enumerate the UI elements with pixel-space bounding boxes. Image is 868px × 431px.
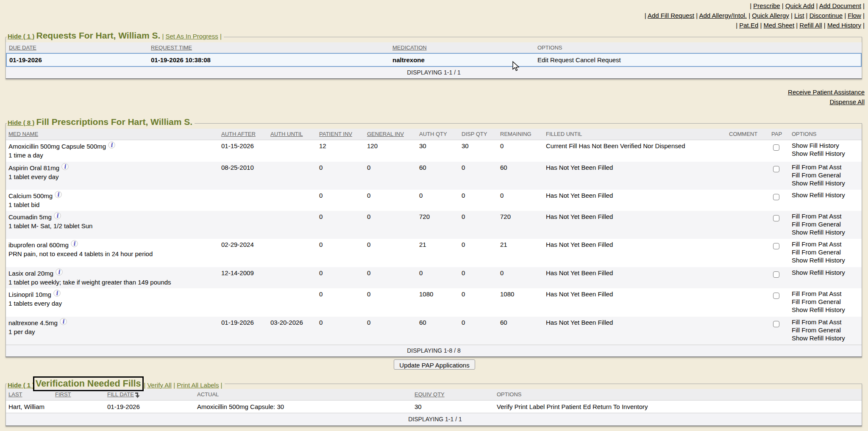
svg-text:i: i (57, 213, 58, 219)
svg-text:i: i (58, 269, 60, 275)
svg-text:i: i (74, 240, 75, 247)
svg-text:i: i (63, 318, 64, 325)
svg-text:i: i (64, 163, 66, 170)
svg-text:i: i (111, 142, 113, 148)
svg-text:i: i (56, 290, 58, 296)
svg-text:i: i (58, 191, 59, 198)
